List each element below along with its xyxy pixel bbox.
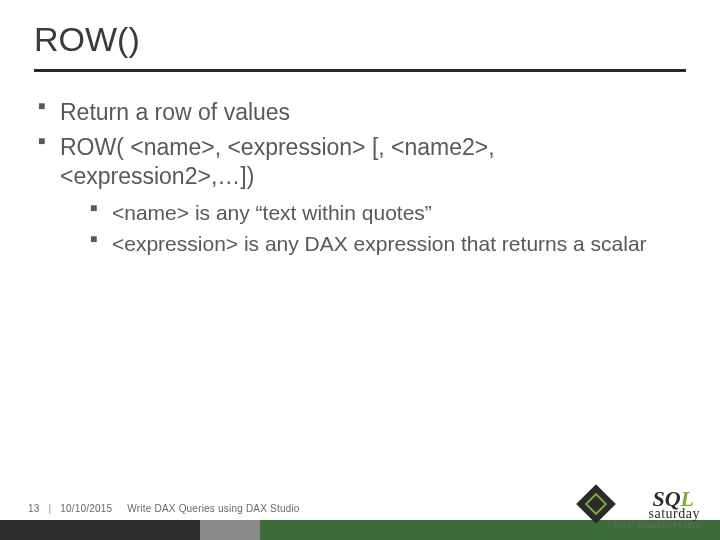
footer-subject: Write DAX Queries using DAX Studio xyxy=(127,503,299,514)
pass-badge-icon xyxy=(576,484,616,524)
sub-bullet-item: <name> is any “text within quotes” xyxy=(90,200,686,227)
footer-meta: 13 | 10/10/2015 Write DAX Queries using … xyxy=(28,503,300,514)
footer: 13 | 10/10/2015 Write DAX Queries using … xyxy=(0,494,720,540)
footer-date: 10/10/2015 xyxy=(60,503,112,514)
page-number: 13 xyxy=(28,503,40,514)
sub-bullet-list: <name> is any “text within quotes” <expr… xyxy=(60,200,686,258)
bullet-list: Return a row of values ROW( <name>, <exp… xyxy=(34,98,686,258)
slide-title: ROW() xyxy=(34,20,686,65)
logo-saturday: saturday xyxy=(649,506,700,522)
bullet-item: Return a row of values xyxy=(38,98,686,127)
bullet-item: ROW( <name>, <expression> [, <name2>, <e… xyxy=(38,133,686,258)
event-logo: SQL saturday #453 MINNESOTA 2015 xyxy=(568,488,700,536)
title-rule xyxy=(34,69,686,72)
footer-bar-seg xyxy=(200,520,260,540)
footer-bar-seg xyxy=(0,520,200,540)
slide: ROW() Return a row of values ROW( <name>… xyxy=(0,0,720,540)
logo-tagline: #453 MINNESOTA 2015 xyxy=(614,522,700,529)
bullet-text: ROW( <name>, <expression> [, <name2>, <e… xyxy=(60,134,495,189)
separator: | xyxy=(49,503,52,514)
sub-bullet-item: <expression> is any DAX expression that … xyxy=(90,231,686,258)
